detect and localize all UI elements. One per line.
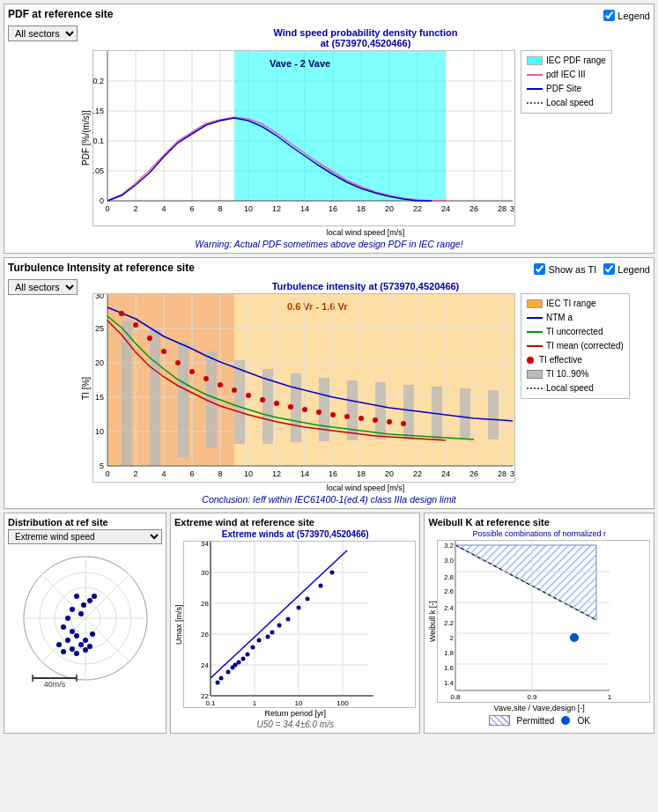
svg-text:0.1: 0.1 — [205, 699, 216, 707]
ti-legend-checkbox[interactable] — [603, 263, 615, 275]
weibull-title: Weibull K at reference site — [428, 517, 650, 528]
svg-point-192 — [266, 635, 270, 639]
svg-text:10: 10 — [244, 469, 253, 478]
svg-text:10: 10 — [295, 699, 303, 707]
svg-rect-159 — [184, 542, 378, 696]
svg-point-148 — [65, 638, 70, 643]
svg-text:0: 0 — [105, 469, 109, 478]
svg-point-196 — [297, 606, 301, 610]
svg-text:0.9: 0.9 — [528, 693, 538, 701]
extreme-y-axis-label: Umax [m/s] — [174, 541, 183, 708]
legend-checkbox-label[interactable]: Legend — [603, 10, 650, 21]
distribution-panel: Distribution at ref site Extreme wind sp… — [4, 513, 166, 734]
pdf-sector-select[interactable]: All sectors — [8, 26, 78, 41]
show-as-ti-checkbox[interactable] — [534, 263, 545, 275]
svg-point-135 — [74, 594, 79, 599]
svg-text:20: 20 — [95, 358, 104, 367]
distribution-select[interactable]: Extreme wind speed — [8, 529, 162, 544]
svg-text:0: 0 — [100, 196, 104, 205]
legend-ti-uncorrected: TI uncorrected — [527, 325, 624, 339]
show-as-ti-text: Show as TI — [548, 264, 596, 275]
svg-text:26: 26 — [469, 204, 478, 213]
svg-point-190 — [251, 646, 255, 650]
legend-label: Legend — [617, 11, 650, 21]
ti-y-axis-label: TI [%] — [81, 293, 91, 483]
svg-point-147 — [78, 642, 84, 647]
svg-text:12: 12 — [272, 469, 281, 478]
svg-text:2.2: 2.2 — [444, 619, 455, 627]
svg-point-197 — [306, 597, 310, 602]
weibull-chart: 3.2 3.0 2.8 2.6 2.4 2.2 2 1.8 1.6 1.4 0.… — [437, 540, 650, 703]
legend-local-speed-pdf: Local speed — [527, 96, 606, 110]
legend-ntm-a: NTM a — [527, 311, 624, 325]
svg-text:30: 30 — [95, 294, 104, 300]
svg-point-188 — [241, 657, 246, 661]
svg-text:1: 1 — [253, 699, 257, 707]
svg-point-106 — [119, 311, 124, 316]
svg-text:24: 24 — [201, 661, 209, 669]
svg-point-151 — [70, 646, 75, 652]
show-as-ti-label[interactable]: Show as TI — [534, 263, 596, 275]
svg-point-140 — [78, 611, 84, 616]
svg-text:20: 20 — [385, 204, 394, 213]
svg-point-139 — [92, 594, 97, 599]
weibull-panel: Weibull K at reference site Possible com… — [424, 513, 654, 734]
extreme-wind-chart-title: Extreme winds at (573970,4520466) — [174, 529, 416, 539]
svg-text:8: 8 — [218, 204, 222, 213]
svg-point-146 — [90, 631, 95, 637]
svg-point-198 — [319, 584, 323, 588]
svg-point-187 — [237, 661, 241, 665]
svg-rect-78 — [403, 385, 414, 439]
svg-text:3.0: 3.0 — [444, 557, 455, 565]
svg-text:2.4: 2.4 — [444, 604, 455, 612]
svg-point-108 — [147, 336, 152, 341]
legend-checkbox[interactable] — [603, 10, 615, 21]
svg-text:34: 34 — [201, 542, 209, 548]
svg-point-112 — [203, 376, 209, 381]
svg-point-141 — [65, 616, 70, 621]
ti-conclusion: Conclusion: Ieff within IEC61400-1(ed.4)… — [8, 494, 650, 505]
svg-rect-70 — [178, 343, 189, 457]
svg-text:20: 20 — [385, 469, 394, 478]
svg-point-199 — [330, 571, 335, 575]
pdf-chart-title: Wind speed probability density function … — [81, 27, 650, 48]
svg-point-144 — [74, 633, 79, 639]
svg-point-149 — [56, 642, 62, 647]
svg-text:0.05: 0.05 — [93, 166, 104, 175]
svg-point-195 — [286, 617, 291, 622]
svg-text:22: 22 — [413, 204, 422, 213]
svg-text:2.8: 2.8 — [444, 573, 455, 581]
ok-dot — [561, 716, 570, 725]
svg-text:8: 8 — [218, 469, 222, 478]
ti-legend-text: Legend — [617, 264, 650, 275]
svg-point-150 — [61, 649, 66, 654]
weibull-chart-title: Possible combinations of normalized r — [428, 529, 650, 538]
extreme-formula: U50 = 34.4±6.0 m/s — [174, 720, 416, 729]
svg-text:24: 24 — [441, 469, 450, 478]
bottom-row: Distribution at ref site Extreme wind sp… — [4, 513, 654, 734]
ti-panel-title: Turbulence Intensity at reference site — [8, 262, 195, 274]
svg-rect-80 — [460, 388, 470, 439]
svg-text:2: 2 — [133, 204, 137, 213]
svg-point-114 — [232, 388, 237, 393]
svg-point-121 — [330, 412, 336, 417]
svg-text:5: 5 — [100, 461, 104, 470]
svg-text:1.8: 1.8 — [444, 649, 455, 657]
svg-point-153 — [83, 647, 88, 653]
svg-point-124 — [373, 417, 378, 423]
svg-text:2.6: 2.6 — [444, 587, 455, 595]
ti-sector-select[interactable]: All sectors — [8, 279, 78, 295]
svg-text:26: 26 — [201, 631, 209, 639]
legend-iec-pdf-range: IEC PDF range — [527, 54, 606, 68]
svg-text:40m/s: 40m/s — [43, 680, 65, 689]
svg-point-117 — [274, 401, 279, 406]
svg-text:30: 30 — [201, 569, 209, 577]
wind-rose-svg: 40m/s — [15, 548, 156, 689]
ti-chart-title: Turbulence intensity at (573970,4520466) — [81, 281, 650, 292]
ti-x-axis-label: local wind speed [m/s] — [81, 484, 650, 492]
svg-text:24: 24 — [441, 204, 450, 213]
svg-text:1.6: 1.6 — [444, 664, 455, 672]
svg-point-184 — [226, 670, 231, 675]
ti-legend-label[interactable]: Legend — [603, 263, 650, 275]
svg-text:0.15: 0.15 — [93, 107, 104, 115]
